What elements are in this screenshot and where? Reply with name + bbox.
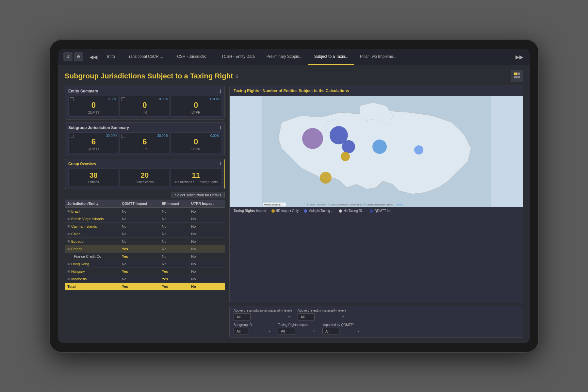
table-scroll[interactable]: Jurisdiction/Entity QDMTT Impact IIR Imp… — [65, 200, 225, 338]
subgroup-summary-info[interactable]: ℹ — [220, 125, 221, 130]
subgroup-summary-card: Subgroup Jurisdiction Summary ℹ 30.00% 6… — [65, 122, 225, 156]
filter-juris-materiality-select[interactable]: AllYesNo — [234, 313, 251, 320]
subgroup-iir-metric: 30.00% 6 IIR — [120, 132, 170, 153]
entity-qdmtt-checkbox[interactable] — [70, 97, 74, 101]
entity-summary-header: Entity Summary ℹ — [68, 89, 221, 94]
table-cell-iir: Yes — [159, 268, 189, 275]
group-overview-info[interactable]: ℹ — [220, 161, 221, 166]
impact-no: No — [191, 232, 196, 236]
nav-next-arrow[interactable]: ▶▶ — [514, 54, 525, 60]
select-jurisdiction-btn[interactable]: Select Jurisdiction for Details — [172, 192, 225, 198]
nav-prev-arrow[interactable]: ◀◀ — [88, 54, 99, 60]
legend-no-taxing-dot — [339, 209, 342, 213]
svg-rect-1 — [517, 73, 520, 75]
legend-title: Taxing Rights Impact — [234, 209, 266, 213]
left-panel: Entity Summary ℹ 0.00% 0 QDMTT — [65, 86, 225, 338]
table-cell-utpr: No — [188, 275, 225, 283]
country-name: China — [71, 232, 81, 236]
filter-entity-materiality-select[interactable]: AllYesNo — [298, 313, 315, 320]
table-row[interactable]: ⊞IndonesiaNoYesNo — [65, 275, 225, 283]
legend-qdmtt: QDMTT Im... — [370, 209, 393, 213]
table-cell-name: ⊞Hungary — [65, 268, 119, 275]
table-row[interactable]: ⊞HungaryYesYesNo — [65, 268, 225, 275]
expand-icon[interactable]: ⊞ — [67, 270, 70, 273]
tab-pillar-two[interactable]: Pillar Two Impleme... — [354, 49, 402, 65]
tab-intro[interactable]: Intro — [101, 49, 121, 65]
expand-icon[interactable]: ⊞ — [67, 210, 70, 213]
filter-taxing-rights-select[interactable]: AllYesNo — [278, 328, 295, 335]
impact-no: No — [122, 232, 126, 236]
expand-icon[interactable]: ⊞ — [67, 262, 70, 266]
impact-no: No — [191, 239, 196, 243]
impact-no: No — [162, 247, 167, 251]
tab-prelim[interactable]: Preliminary Scopin... — [261, 49, 308, 65]
info-icon[interactable]: ℹ — [236, 74, 238, 79]
table-cell-utpr: No — [188, 283, 225, 290]
entity-summary-info[interactable]: ℹ — [220, 89, 221, 94]
impact-no: No — [122, 217, 126, 221]
nav-icons: ↺ ⚙ — [63, 52, 83, 61]
sub-entity-name: France Credit Co — [67, 254, 101, 258]
impact-yes: Yes — [162, 277, 168, 281]
filter-subgroup-id-select[interactable]: All — [234, 328, 249, 335]
bubble-paris — [342, 140, 355, 153]
impact-no: No — [162, 209, 167, 213]
expand-icon[interactable]: ⊞ — [67, 240, 70, 243]
table-cell-qdmtt: Yes — [119, 283, 159, 290]
table-cell-name: ⊞Brazil — [65, 207, 119, 215]
table-cell-qdmtt: No — [119, 260, 159, 268]
settings-icon-btn[interactable]: ⚙ — [74, 52, 83, 61]
map-area[interactable]: © 2024 TomTom | © 2024 Microsoft Corpora… — [230, 96, 523, 207]
entity-iir-label: IIR — [143, 111, 147, 114]
impact-no: No — [122, 239, 126, 243]
entity-iir-checkbox[interactable] — [121, 97, 125, 101]
refresh-icon-btn[interactable]: ↺ — [63, 52, 73, 61]
table-row[interactable]: France Credit CoYesNoNo — [65, 253, 225, 260]
expand-icon[interactable]: ⊞ — [67, 232, 70, 236]
table-cell-name: ⊞China — [65, 230, 119, 237]
tab-subject-taxing[interactable]: Subject to a Taxin... — [308, 49, 354, 65]
tab-tcsh-juris[interactable]: TCSH - Jurisdictio... — [169, 49, 216, 65]
subgroup-qdmtt-checkbox[interactable] — [70, 134, 74, 138]
filter-qdmtt-select[interactable]: AllYesNo — [322, 328, 339, 335]
table-row[interactable]: TotalYesYesNo — [65, 283, 225, 290]
table-row[interactable]: ⊞Hong KongNoNoNo — [65, 260, 225, 268]
impact-yes: Yes — [162, 270, 168, 273]
tab-tcbcr[interactable]: Transitional CbCR ... — [121, 49, 169, 65]
expand-icon[interactable]: ⊞ — [67, 217, 70, 220]
total-label: Total — [67, 285, 75, 288]
filter-juris-materiality-label: Above the jurisdictional materiality lev… — [234, 309, 292, 312]
expand-icon[interactable]: ⊞ — [67, 225, 70, 228]
svg-rect-3 — [517, 76, 520, 78]
table-row[interactable]: ⊞British Virgin IslandsNoNoNo — [65, 215, 225, 222]
table-row[interactable]: ⊞Cayman IslandsNoNoNo — [65, 222, 225, 230]
table-row[interactable]: ⊞BrazilNoNoNo — [65, 207, 225, 215]
table-row[interactable]: ⊞ChinaNoNoNo — [65, 230, 225, 237]
table-cell-utpr: No — [188, 260, 225, 268]
filter-qdmtt: Impacted by QDMTT* AllYesNo — [322, 323, 362, 335]
tab-tcsh-entity[interactable]: TCSH - Entity Data — [216, 49, 261, 65]
filters-row: Above the jurisdictional materiality lev… — [234, 309, 519, 320]
th-jurisdiction: Jurisdiction/Entity — [65, 200, 119, 208]
screen: ↺ ⚙ ◀◀ Intro Transitional CbCR ... TCSH … — [58, 49, 530, 343]
table-cell-utpr: No — [188, 237, 225, 245]
filter-subgroup-id-wrapper: All — [234, 328, 273, 335]
subgroup-utpr-value: 0 — [194, 137, 198, 147]
table-section: Select Jurisdiction for Details Jurisdic… — [65, 192, 225, 338]
table-cell-qdmtt: No — [119, 207, 159, 215]
subgroup-qdmtt-percent: 30.00% — [106, 134, 117, 138]
export-btn[interactable] — [511, 70, 523, 82]
th-utpr: UTPR Impact — [188, 200, 225, 208]
svg-text:Microsoft Bing: Microsoft Bing — [264, 203, 281, 206]
subgroup-iir-checkbox[interactable] — [121, 134, 125, 138]
table-row[interactable]: ⊞EcuadorNoNoNo — [65, 237, 225, 245]
table-cell-name: France Credit Co — [65, 253, 119, 260]
entity-iir-value: 0 — [142, 101, 147, 110]
entity-utpr-percent: 0.00% — [210, 97, 220, 101]
filters-row-2: Subgroup ID All Taxing Rights Impact — [234, 323, 519, 335]
expand-icon[interactable]: ⊞ — [67, 277, 70, 281]
table-row[interactable]: ⊞FranceYesNoNo — [65, 245, 225, 253]
impact-yes: Yes — [122, 254, 128, 258]
expand-icon[interactable]: ⊞ — [67, 247, 70, 251]
th-iir: IIR Impact — [159, 200, 189, 208]
